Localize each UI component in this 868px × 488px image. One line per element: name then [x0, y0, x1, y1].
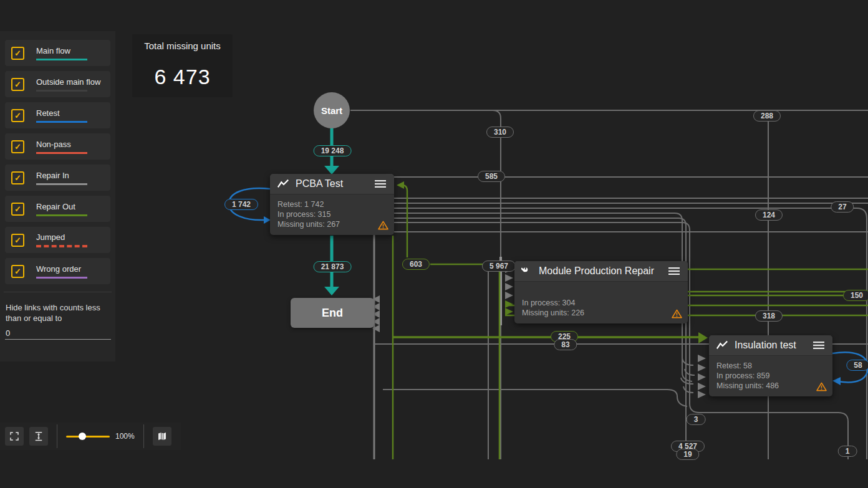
legend-item[interactable]: ✓ Non-pass	[5, 133, 110, 160]
toolbar-divider	[143, 424, 144, 448]
app-root: 19 24821 8731 742310585288271246035 9671…	[0, 0, 868, 488]
wrench-icon	[521, 266, 533, 277]
link-filter-label: Hide links with counts less than or equa…	[5, 302, 110, 323]
fit-height-icon	[33, 431, 44, 442]
checked-checkbox-icon[interactable]: ✓	[11, 109, 24, 122]
flow-edges-layer	[0, 0, 868, 488]
stat-line: In process: 859	[716, 371, 825, 381]
fullscreen-icon	[9, 431, 20, 442]
node-stats: Retest: 1 742 In process: 315 Missing un…	[270, 194, 394, 235]
node-menu-button[interactable]	[667, 266, 681, 276]
node-module-production-repair[interactable]: Module Production Repair In process: 304…	[514, 261, 688, 323]
sidebar-divider	[4, 292, 112, 292]
warning-icon	[378, 221, 388, 230]
legend-line-sample	[36, 214, 87, 216]
checked-checkbox-icon[interactable]: ✓	[11, 203, 24, 216]
node-title: Insulation test	[735, 340, 806, 351]
legend-item[interactable]: ✓ Retest	[5, 102, 110, 128]
node-start[interactable]: Start	[314, 92, 350, 128]
node-menu-button[interactable]	[812, 340, 826, 350]
zoom-slider[interactable]	[66, 432, 110, 441]
node-pcba-test[interactable]: PCBA Test Retest: 1 742 In process: 315 …	[270, 174, 394, 235]
hamburger-menu-icon	[375, 180, 386, 188]
hamburger-menu-icon	[668, 267, 680, 275]
legend-sidebar: ✓ Main flow ✓ Outside main flow ✓ Retest…	[0, 31, 115, 361]
link-filter-input[interactable]	[5, 327, 111, 340]
zoom-level: 100%	[115, 432, 135, 441]
stat-line: In process: 315	[277, 209, 387, 219]
stat-line: Retest: 58	[716, 361, 825, 371]
toolbar-divider	[57, 424, 57, 448]
legend-line-sample	[36, 152, 87, 154]
legend-item-label: Main flow	[36, 46, 87, 55]
node-stats: In process: 304 Missing units: 226	[514, 282, 688, 323]
checked-checkbox-icon[interactable]: ✓	[11, 47, 24, 60]
fullscreen-button[interactable]	[5, 427, 24, 446]
summary-value: 6 473	[154, 65, 210, 89]
fit-height-button[interactable]	[29, 427, 48, 446]
legend-item-label: Retest	[36, 108, 87, 118]
start-label: Start	[321, 105, 342, 116]
node-header: Module Production Repair	[514, 261, 688, 282]
legend-item[interactable]: ✓ Outside main flow	[5, 71, 110, 97]
chart-line-icon	[277, 179, 289, 189]
zoom-slider-track	[66, 436, 110, 438]
legend-item-label: Wrong order	[36, 264, 87, 274]
total-missing-units-card: Total missing units 6 473	[132, 34, 233, 97]
legend-line-sample	[36, 277, 87, 279]
zoom-slider-knob[interactable]	[79, 433, 86, 440]
legend-line-sample	[36, 90, 87, 92]
minimap-icon	[157, 431, 168, 442]
legend-item[interactable]: ✓ Repair In	[5, 165, 110, 191]
checked-checkbox-icon[interactable]: ✓	[11, 140, 24, 153]
hamburger-menu-icon	[813, 342, 824, 349]
legend-item-label: Non-pass	[36, 140, 87, 149]
warning-icon	[672, 309, 682, 318]
legend-line-sample	[36, 183, 87, 185]
stat-line: Retest: 1 742	[277, 199, 387, 209]
legend-item[interactable]: ✓ Wrong order	[5, 258, 110, 284]
stat-line: Missing units: 226	[522, 308, 680, 318]
node-menu-button[interactable]	[374, 179, 387, 189]
legend-item-label: Repair Out	[36, 202, 87, 211]
stat-line: Missing units: 486	[716, 381, 825, 391]
minimap-button[interactable]	[153, 427, 171, 446]
node-title: Module Production Repair	[539, 266, 661, 277]
checked-checkbox-icon[interactable]: ✓	[11, 78, 24, 91]
canvas-toolbar: 100%	[0, 423, 181, 450]
node-header: PCBA Test	[270, 174, 394, 194]
stat-line: In process: 304	[522, 298, 680, 308]
checked-checkbox-icon[interactable]: ✓	[11, 171, 24, 184]
summary-title: Total missing units	[144, 41, 221, 51]
node-insulation-test[interactable]: Insulation test Retest: 58 In process: 8…	[709, 335, 832, 396]
legend-item-label: Jumped	[36, 232, 87, 242]
legend-item[interactable]: ✓ Repair Out	[5, 196, 110, 222]
legend-item-label: Outside main flow	[36, 77, 100, 87]
node-title: PCBA Test	[296, 178, 367, 189]
node-end[interactable]: End	[291, 298, 374, 328]
legend-list: ✓ Main flow ✓ Outside main flow ✓ Retest…	[5, 40, 110, 284]
legend-item[interactable]: ✓ Main flow	[5, 40, 110, 66]
stat-line: Missing units: 267	[277, 219, 387, 229]
legend-line-sample	[36, 245, 87, 247]
legend-item[interactable]: ✓ Jumped	[5, 227, 110, 253]
checked-checkbox-icon[interactable]: ✓	[11, 265, 24, 278]
end-label: End	[322, 307, 343, 320]
legend-line-sample	[36, 121, 87, 123]
warning-icon	[816, 382, 827, 391]
legend-line-sample	[36, 59, 87, 60]
chart-line-icon	[716, 340, 728, 350]
legend-item-label: Repair In	[36, 171, 87, 180]
node-header: Insulation test	[709, 335, 832, 356]
node-stats: Retest: 58 In process: 859 Missing units…	[709, 356, 832, 396]
checked-checkbox-icon[interactable]: ✓	[11, 234, 24, 247]
